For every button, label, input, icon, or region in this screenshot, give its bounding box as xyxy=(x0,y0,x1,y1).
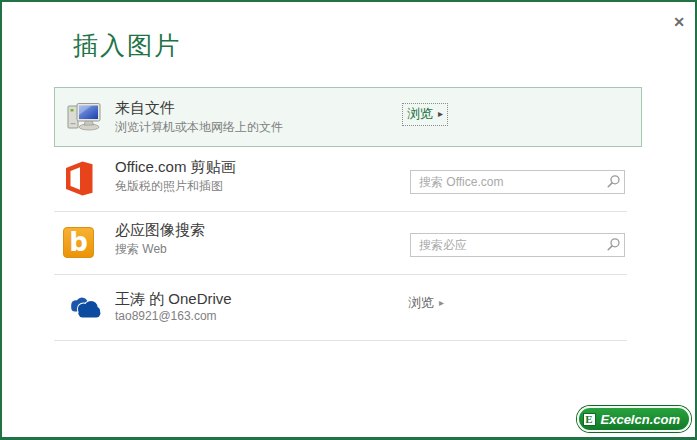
provider-subtitle: 浏览计算机或本地网络上的文件 xyxy=(115,119,283,136)
svg-text:b: b xyxy=(69,227,88,257)
excelcn-watermark: E Excelcn.com xyxy=(577,406,692,432)
office-logo-icon xyxy=(62,160,96,197)
browse-from-file-link[interactable]: 浏览▸ xyxy=(402,103,448,126)
computer-icon xyxy=(65,98,103,136)
provider-title: 来自文件 xyxy=(115,99,175,118)
provider-title: 必应图像搜索 xyxy=(115,221,205,240)
row-divider xyxy=(54,340,627,341)
search-icon xyxy=(606,237,621,252)
row-divider xyxy=(54,274,627,275)
search-icon xyxy=(606,174,621,189)
bing-search-button[interactable] xyxy=(605,237,621,253)
excelcn-logo-icon: E xyxy=(583,413,596,426)
bing-logo-icon: b xyxy=(63,227,94,258)
browse-label: 浏览 xyxy=(408,295,434,310)
provider-title: 王涛 的 OneDrive xyxy=(115,290,232,309)
browse-label: 浏览 xyxy=(407,106,433,121)
provider-title: Office.com 剪贴画 xyxy=(115,158,236,177)
row-divider xyxy=(54,211,627,212)
excelcn-watermark-text: Excelcn.com xyxy=(601,412,681,427)
browse-arrow-icon: ▸ xyxy=(439,297,444,308)
provider-subtitle: 免版税的照片和插图 xyxy=(115,178,223,195)
insert-picture-dialog: 插入图片 ✕ 来自文件 浏览计算机或本地网络上的文件 浏览▸ Office.co… xyxy=(0,0,697,440)
bing-search-box xyxy=(410,233,625,257)
office-search-button[interactable] xyxy=(605,174,621,190)
provider-subtitle: tao8921@163.com xyxy=(115,309,217,323)
provider-subtitle: 搜索 Web xyxy=(115,241,167,258)
close-icon: ✕ xyxy=(673,14,685,30)
close-button[interactable]: ✕ xyxy=(667,10,691,34)
onedrive-icon xyxy=(67,295,102,320)
browse-onedrive-link[interactable]: 浏览▸ xyxy=(408,294,444,312)
browse-arrow-icon: ▸ xyxy=(438,108,443,119)
dialog-title: 插入图片 xyxy=(73,29,181,62)
office-search-box xyxy=(410,170,625,194)
bing-search-input[interactable] xyxy=(410,233,625,257)
office-search-input[interactable] xyxy=(410,170,625,194)
